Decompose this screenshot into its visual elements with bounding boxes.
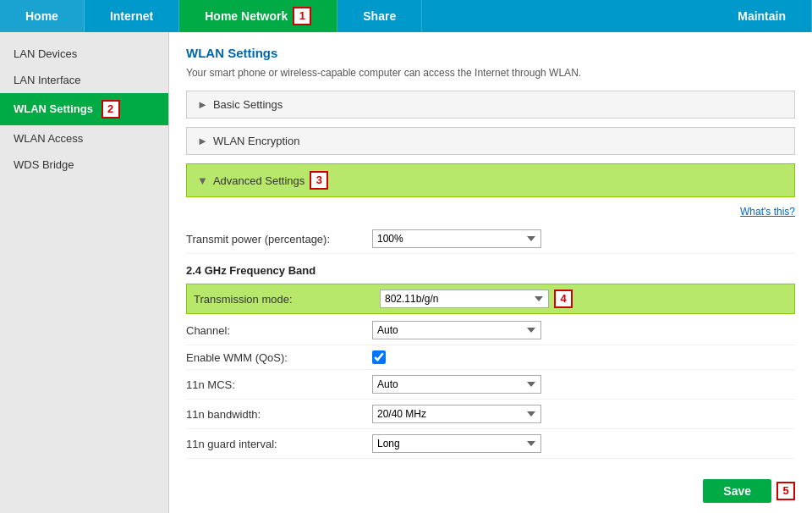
bandwidth-control: 20/40 MHz 20 MHz — [372, 405, 541, 423]
sidebar-item-lan-devices[interactable]: LAN Devices — [0, 41, 168, 67]
sidebar-wlan-access-label: WLAN Access — [14, 132, 83, 145]
transmission-mode-control: 802.11b/g/n 802.11b/g 802.11n 4 — [380, 290, 573, 308]
wlan-encryption-header[interactable]: ► WLAN Encryption — [186, 127, 795, 155]
save-badge: 5 — [776, 482, 795, 500]
nav-tab-share[interactable]: Share — [337, 0, 422, 32]
transmission-mode-label: Transmission mode: — [194, 293, 380, 306]
action-bar: Save 5 — [186, 467, 795, 503]
sidebar-wds-bridge-label: WDS Bridge — [14, 158, 74, 171]
sidebar-wlan-settings-badge: 2 — [102, 100, 120, 119]
nav-maintain-label: Maintain — [738, 9, 786, 23]
advanced-settings-label: Advanced Settings — [213, 174, 304, 187]
bandwidth-row: 11n bandwidth: 20/40 MHz 20 MHz — [186, 400, 795, 429]
mcs-control: Auto — [372, 375, 541, 394]
nav-tab-home-network[interactable]: Home Network 1 — [179, 0, 337, 32]
bandwidth-select[interactable]: 20/40 MHz 20 MHz — [372, 405, 541, 423]
transmission-mode-badge: 4 — [554, 290, 573, 308]
channel-label: Channel: — [186, 324, 372, 337]
sidebar-item-lan-interface[interactable]: LAN Interface — [0, 67, 168, 93]
transmission-mode-select[interactable]: 802.11b/g/n 802.11b/g 802.11n — [380, 290, 549, 308]
top-navigation: Home Internet Home Network 1 Share Maint… — [0, 0, 812, 32]
nav-tab-internet[interactable]: Internet — [85, 0, 179, 32]
channel-row: Channel: Auto 1 6 11 — [186, 316, 795, 345]
nav-internet-label: Internet — [110, 9, 153, 23]
basic-settings-label: Basic Settings — [213, 98, 283, 111]
guard-interval-row: 11n guard interval: Long Short — [186, 429, 795, 459]
transmit-power-row: Transmit power (percentage): 100% 75% 50… — [186, 224, 795, 254]
content-area: WLAN Settings Your smart phone or wirele… — [169, 32, 812, 513]
nav-home-network-badge: 1 — [293, 7, 311, 25]
whats-this-link[interactable]: What's this? — [186, 206, 795, 218]
save-button[interactable]: Save — [703, 479, 771, 503]
advanced-settings-form: Transmit power (percentage): 100% 75% 50… — [186, 224, 795, 459]
nav-spacer — [422, 0, 712, 32]
wmm-control — [372, 350, 386, 364]
sidebar-item-wlan-access[interactable]: WLAN Access — [0, 125, 168, 152]
advanced-settings-header[interactable]: ▼ Advanced Settings 3 — [186, 163, 795, 197]
main-layout: LAN Devices LAN Interface WLAN Settings … — [0, 32, 812, 513]
advanced-settings-badge: 3 — [310, 171, 328, 190]
sidebar-item-wlan-settings[interactable]: WLAN Settings 2 — [0, 93, 168, 125]
nav-tab-maintain[interactable]: Maintain — [712, 0, 812, 32]
basic-settings-header[interactable]: ► Basic Settings — [186, 91, 795, 119]
guard-interval-control: Long Short — [372, 434, 541, 453]
sidebar-lan-devices-label: LAN Devices — [14, 47, 77, 60]
transmit-power-control: 100% 75% 50% 25% — [372, 229, 541, 248]
transmit-power-select[interactable]: 100% 75% 50% 25% — [372, 229, 541, 248]
page-description: Your smart phone or wireless-capable com… — [186, 67, 795, 79]
sidebar: LAN Devices LAN Interface WLAN Settings … — [0, 32, 169, 513]
transmit-power-label: Transmit power (percentage): — [186, 233, 372, 245]
mcs-row: 11n MCS: Auto — [186, 370, 795, 400]
wmm-checkbox[interactable] — [372, 350, 386, 364]
basic-settings-arrow-icon: ► — [197, 98, 208, 111]
sidebar-wlan-settings-label: WLAN Settings — [14, 102, 93, 115]
nav-tab-home[interactable]: Home — [0, 0, 85, 32]
mcs-label: 11n MCS: — [186, 378, 372, 391]
wlan-encryption-arrow-icon: ► — [197, 135, 208, 147]
mcs-select[interactable]: Auto — [372, 375, 541, 394]
page-title: WLAN Settings — [186, 46, 795, 60]
nav-home-network-label: Home Network — [205, 9, 288, 23]
bandwidth-label: 11n bandwidth: — [186, 408, 372, 421]
wmm-label: Enable WMM (QoS): — [186, 351, 372, 364]
wlan-encryption-label: WLAN Encryption — [213, 135, 300, 147]
sidebar-lan-interface-label: LAN Interface — [14, 74, 81, 86]
guard-interval-select[interactable]: Long Short — [372, 434, 541, 453]
nav-share-label: Share — [363, 9, 396, 23]
channel-control: Auto 1 6 11 — [372, 321, 541, 339]
transmission-mode-row: Transmission mode: 802.11b/g/n 802.11b/g… — [186, 284, 795, 314]
frequency-band-subtitle: 2.4 GHz Frequency Band — [186, 264, 795, 277]
channel-select[interactable]: Auto 1 6 11 — [372, 321, 541, 339]
sidebar-item-wds-bridge[interactable]: WDS Bridge — [0, 152, 168, 178]
wmm-row: Enable WMM (QoS): — [186, 345, 795, 370]
nav-home-label: Home — [25, 9, 58, 23]
advanced-settings-arrow-icon: ▼ — [197, 174, 208, 187]
guard-interval-label: 11n guard interval: — [186, 438, 372, 450]
